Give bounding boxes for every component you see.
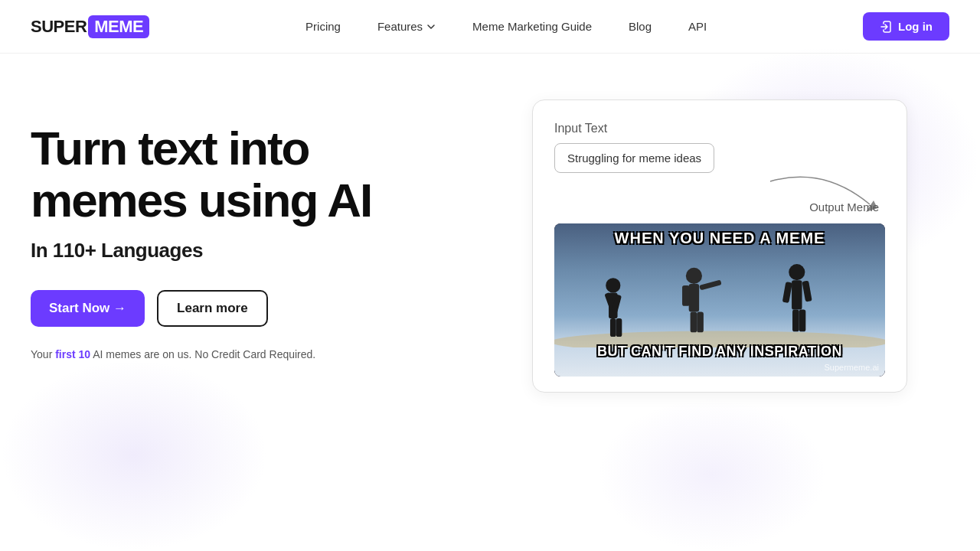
svg-rect-18 <box>792 310 799 332</box>
nav-links: Pricing Features Meme Marketing Guide Bl… <box>290 14 722 39</box>
logo[interactable]: SUPER MEME <box>31 15 149 38</box>
hero-note-prefix: Your <box>31 348 55 360</box>
login-button[interactable]: Log in <box>863 12 949 41</box>
nav-api[interactable]: API <box>673 14 722 39</box>
hero-section: Turn text into memes using AI In 110+ La… <box>31 99 459 360</box>
svg-point-14 <box>789 264 805 280</box>
svg-rect-12 <box>691 311 697 332</box>
demo-section: Input Text Struggling for meme ideas Out… <box>490 99 949 393</box>
main-content: Turn text into memes using AI In 110+ La… <box>0 54 980 393</box>
svg-point-8 <box>686 268 702 284</box>
bg-decoration-bottom-right <box>597 398 827 551</box>
demo-meme-container: WHEN YOU NEED A MEME BUT CAN'T FIND ANY … <box>554 223 885 377</box>
svg-rect-11 <box>682 285 690 306</box>
svg-rect-17 <box>802 281 812 302</box>
demo-arrow-area: Output Meme <box>554 178 885 223</box>
logo-super-text: SUPER <box>31 17 87 37</box>
svg-point-2 <box>606 278 620 292</box>
demo-output-label: Output Meme <box>809 201 882 214</box>
hero-note-suffix: AI memes are on us. No Credit Card Requi… <box>90 348 315 360</box>
nav-features-label: Features <box>377 20 423 33</box>
svg-rect-7 <box>616 318 622 337</box>
svg-rect-13 <box>697 311 704 332</box>
hero-note: Your first 10 AI memes are on us. No Cre… <box>31 348 459 360</box>
meme-scene-svg <box>554 256 885 347</box>
nav-blog[interactable]: Blog <box>613 14 667 39</box>
chevron-down-icon <box>426 22 436 31</box>
logo-meme-text: MEME <box>88 15 149 38</box>
svg-rect-9 <box>689 284 699 311</box>
demo-input-box: Struggling for meme ideas <box>554 143 714 173</box>
nav-meme-guide[interactable]: Meme Marketing Guide <box>457 14 607 39</box>
learn-more-button[interactable]: Learn more <box>157 290 268 327</box>
nav-pricing[interactable]: Pricing <box>290 14 356 39</box>
svg-rect-15 <box>792 280 802 309</box>
demo-card: Input Text Struggling for meme ideas Out… <box>532 99 907 393</box>
hero-note-highlight: first 10 <box>55 348 90 360</box>
nav-features[interactable]: Features <box>362 14 451 39</box>
meme-bottom-text: BUT CAN'T FIND ANY INSPIRATION <box>554 344 885 360</box>
svg-rect-19 <box>799 310 806 332</box>
svg-rect-16 <box>782 282 792 303</box>
meme-top-text: WHEN YOU NEED A MEME <box>554 230 885 247</box>
svg-rect-10 <box>699 279 722 290</box>
login-label: Log in <box>898 20 933 33</box>
hero-buttons: Start Now → Learn more <box>31 290 459 327</box>
meme-watermark: Supermeme.ai <box>824 363 879 372</box>
hero-subtitle: In 110+ Languages <box>31 239 459 262</box>
demo-input-label: Input Text <box>554 122 885 135</box>
meme-visual: WHEN YOU NEED A MEME BUT CAN'T FIND ANY … <box>554 223 885 377</box>
hero-title: Turn text into memes using AI <box>31 122 459 227</box>
svg-rect-6 <box>610 318 616 337</box>
login-icon <box>880 21 892 33</box>
start-now-button[interactable]: Start Now → <box>31 290 145 327</box>
navbar: SUPER MEME Pricing Features Meme Marketi… <box>0 0 980 54</box>
